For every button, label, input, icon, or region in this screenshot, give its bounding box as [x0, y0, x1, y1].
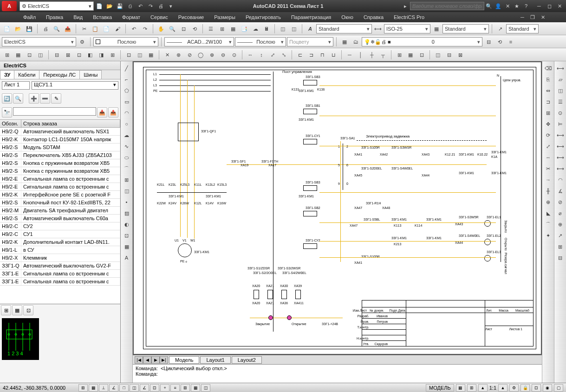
table-row[interactable]: H9/2-KИнтерфейсное реле SE с розеткой F [0, 191, 120, 199]
el-btn21[interactable]: ↔ [245, 50, 255, 60]
el-btn18[interactable]: ⊕ [207, 50, 217, 60]
preview-tab2[interactable]: ▦ [12, 305, 22, 315]
undo-icon[interactable]: ↶ [136, 1, 145, 11]
ducs-toggle[interactable]: ⊡ [150, 384, 159, 392]
line-icon[interactable]: ╱ [122, 63, 132, 73]
polygon-icon[interactable]: ⬠ [122, 85, 132, 96]
table-row[interactable]: H9/2-SКнопка с пружинным возвратом XB5 [0, 159, 120, 167]
preview-icon[interactable]: 🔍 [52, 24, 62, 34]
pbtn-export[interactable]: 📤 [108, 107, 118, 118]
undo2-icon[interactable]: ↶ [129, 24, 139, 34]
table-row[interactable]: H9/2-EСигнальная лампа со встроенным с [0, 175, 120, 183]
explode-icon[interactable]: ✦ [543, 230, 553, 241]
table-row[interactable]: H9/2-SКнопочный пост КУ-92-1ExdIIBT5, 22 [0, 199, 120, 207]
array-icon[interactable]: ⊞ [543, 108, 553, 118]
el-btn3[interactable]: ⊡ [24, 50, 34, 60]
copy-icon[interactable]: 📋 [90, 24, 100, 34]
pbtn-find[interactable]: 🔍 [13, 93, 23, 104]
table-row[interactable]: H9/2-SПереключатель XB5 AJ33 (ZB5AZ103 [0, 151, 120, 159]
isolate-icon[interactable]: ◉ [543, 384, 552, 392]
table-row[interactable]: H9/2-SАвтоматический выключатель C60a [0, 215, 120, 222]
qat-doc-select[interactable]: ⚙ ElectriCS▾ [20, 1, 94, 11]
el-btn13[interactable]: ▦ [146, 50, 156, 60]
dim11-icon[interactable]: ⊞ [555, 242, 566, 252]
dim4-icon[interactable]: ⟷ [555, 163, 566, 174]
el-btn34[interactable]: ▦ [405, 50, 416, 60]
cut-icon[interactable]: ✂ [79, 24, 89, 34]
doc-close-icon[interactable]: ✕ [538, 13, 547, 22]
el-btn15[interactable]: ⊗ [173, 50, 183, 60]
el-btn19[interactable]: ⊖ [218, 50, 228, 60]
qp-toggle[interactable]: ▦ [191, 384, 200, 392]
layer-prev-icon[interactable]: ⟲ [494, 37, 505, 47]
ws-switch[interactable]: ⚙ [509, 384, 519, 392]
tab-layout1[interactable]: Layout1 [200, 356, 230, 364]
dim2-icon[interactable]: ⟷ [555, 141, 566, 151]
table-row[interactable]: ЗЗГ1-EСигнальная лампа со встроенным с [0, 270, 120, 278]
join-icon[interactable]: ⊕ [543, 197, 553, 207]
el-btn26[interactable]: ⊐ [306, 50, 316, 60]
ortho-toggle[interactable]: ⊥ [99, 384, 108, 392]
close-icon[interactable]: ✕ [555, 1, 564, 11]
table-row[interactable]: H9/2-MДвигатель SA трехфазный двигател [0, 207, 120, 215]
tab-first[interactable]: |◀ [135, 356, 143, 364]
align-icon[interactable]: ⊨ [555, 119, 566, 129]
table-row[interactable]: ЗЗГ1-QАвтоматический выключатель GV2-F [0, 262, 120, 270]
el-btn32[interactable]: ┬ [378, 50, 388, 60]
dim5-icon[interactable]: ◠ [555, 175, 566, 185]
drawing-canvas[interactable]: L1 L2 L3 PE ЗЗГ1-QF1 [133, 61, 542, 355]
dim7-icon[interactable]: ⊘ [555, 197, 566, 207]
sheetset-icon[interactable]: 📑 [239, 24, 249, 34]
exchange-icon[interactable]: ✕ [503, 1, 512, 11]
chamfer-icon[interactable]: ◣ [543, 208, 553, 218]
el-btn9[interactable]: ◨ [96, 50, 106, 60]
extend-icon[interactable]: → [543, 175, 553, 185]
layer-match-icon[interactable]: ≡ [506, 37, 516, 47]
el-btn16[interactable]: ⊘ [184, 50, 195, 60]
dist-icon[interactable]: ⟷ [555, 63, 566, 73]
el-btn30[interactable]: │ [356, 50, 366, 60]
table-row[interactable]: H9/2-XКлеммник [0, 254, 120, 262]
table-row[interactable]: H9/2-KКонтактор LC1-D150M7 150А напряж [0, 136, 120, 144]
pbtn-edit[interactable]: ✎ [51, 93, 61, 104]
layer-states-icon[interactable]: 🗂 [351, 37, 361, 47]
toolpalettes-icon[interactable]: ▦ [228, 24, 238, 34]
dim1-icon[interactable]: ⟷ [555, 130, 566, 140]
plot-icon[interactable]: 🖨 [40, 24, 51, 34]
el-btn28[interactable]: ⊔ [328, 50, 338, 60]
osnap-toggle[interactable]: □ [119, 384, 129, 392]
pbtn-binoculars[interactable]: 🔭 [2, 107, 12, 118]
maximize-icon[interactable]: ◻ [545, 1, 554, 11]
favorites-icon[interactable]: ★ [512, 1, 521, 11]
trim-icon[interactable]: ✂ [543, 163, 553, 174]
hatch-icon[interactable]: ▨ [122, 208, 132, 218]
qview-layouts[interactable]: ▦ [456, 384, 465, 392]
insert-icon[interactable]: ⊞ [122, 175, 132, 185]
tab-prev[interactable]: ◀ [143, 356, 151, 364]
lineweight-combo[interactable]: ——— Послою▾ [235, 37, 286, 46]
pbtn-remove[interactable]: ➖ [40, 93, 50, 104]
region-icon[interactable]: ⊡ [122, 230, 132, 241]
redo2-icon[interactable]: ↷ [140, 24, 150, 34]
el-btn38[interactable]: ⊠ [455, 50, 465, 60]
open-doc-icon[interactable]: 📂 [13, 24, 23, 34]
color-combo[interactable]: Послою▾ [93, 37, 158, 46]
snap-toggle[interactable]: ⊞ [78, 384, 88, 392]
zoom-prev-icon[interactable]: ⟲ [189, 24, 200, 34]
fillet-icon[interactable]: ⌒ [543, 219, 553, 229]
minimize-icon[interactable]: ─ [534, 1, 544, 11]
component-table[interactable]: Обозн. Строка заказа H9/2-QАвтоматически… [0, 119, 120, 304]
menu-tools[interactable]: Сервис [146, 13, 173, 21]
mleader-icon[interactable]: ↗ [495, 24, 505, 34]
rect-icon[interactable]: ▭ [122, 97, 132, 107]
redo-icon[interactable]: ↷ [146, 1, 155, 11]
help-icon[interactable]: ? [521, 1, 531, 11]
pan-icon[interactable]: ✋ [156, 24, 166, 34]
block-ed2-icon[interactable]: ◫ [289, 24, 299, 34]
save-icon[interactable]: 💾 [115, 1, 124, 11]
pbtn-add[interactable]: ➕ [29, 93, 39, 104]
print-icon[interactable]: 🖨 [156, 1, 165, 11]
el-btn12[interactable]: ◫ [135, 50, 145, 60]
menu-window[interactable]: Окно [337, 13, 358, 21]
id-icon[interactable]: ⊙ [555, 108, 566, 118]
